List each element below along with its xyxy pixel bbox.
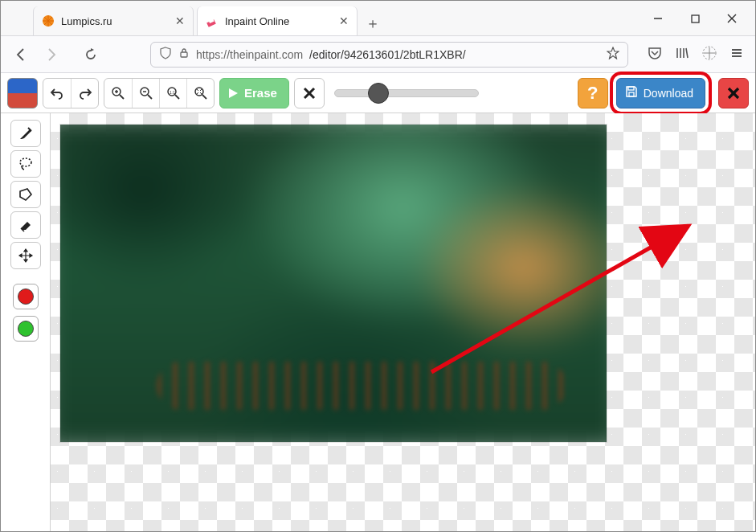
- svg-line-17: [175, 95, 179, 99]
- browser-tab-inpaint[interactable]: Inpaint Online ✕: [197, 6, 358, 35]
- green-dot-icon: [18, 321, 34, 337]
- address-bar[interactable]: https://theinpaint.com/editor/942613601/…: [150, 42, 628, 68]
- library-icon[interactable]: [675, 46, 689, 63]
- svg-text:1:1: 1:1: [170, 89, 175, 94]
- app-logo[interactable]: [7, 78, 38, 108]
- canvas-image[interactable]: [60, 125, 607, 442]
- erase-label: Erase: [244, 86, 277, 100]
- undo-button[interactable]: [43, 79, 71, 108]
- account-icon[interactable]: [702, 46, 717, 63]
- new-tab-button[interactable]: ＋: [361, 11, 385, 35]
- redo-button[interactable]: [71, 79, 98, 108]
- zoom-in-icon[interactable]: [104, 79, 132, 108]
- svg-line-14: [148, 95, 152, 99]
- window-controls: [651, 1, 755, 36]
- svg-point-19: [195, 88, 203, 96]
- maximize-icon[interactable]: [688, 11, 702, 26]
- help-button[interactable]: ?: [578, 78, 608, 108]
- canvas-area[interactable]: [51, 113, 755, 532]
- browser-tabstrip: Lumpics.ru ✕ Inpaint Online ✕ ＋: [1, 1, 755, 36]
- browser-navbar: https://theinpaint.com/editor/942613601/…: [1, 36, 755, 73]
- svg-rect-23: [628, 87, 634, 90]
- svg-rect-4: [692, 15, 699, 23]
- history-group: [43, 78, 99, 108]
- download-label: Download: [644, 87, 693, 100]
- svg-point-27: [20, 158, 31, 166]
- clear-mask-button[interactable]: [294, 78, 325, 108]
- pocket-icon[interactable]: [648, 46, 662, 63]
- green-marker-button[interactable]: [13, 316, 39, 342]
- shield-icon: [159, 47, 172, 62]
- save-icon: [625, 85, 638, 100]
- menu-icon[interactable]: [729, 46, 744, 63]
- zoom-group: 1:1: [104, 78, 215, 108]
- lasso-tool[interactable]: [10, 150, 41, 178]
- close-icon[interactable]: ✕: [339, 15, 349, 27]
- left-tool-panel: [1, 113, 51, 532]
- red-marker-button[interactable]: [13, 284, 39, 309]
- question-icon: ?: [587, 83, 598, 104]
- svg-line-10: [120, 95, 124, 99]
- back-button[interactable]: [12, 45, 31, 64]
- lock-icon: [178, 47, 190, 61]
- erase-button[interactable]: Erase: [219, 78, 289, 108]
- url-path: /editor/942613601/2btLR1XBR/: [309, 48, 466, 61]
- brush-size-slider[interactable]: [334, 78, 479, 108]
- url-host: https://theinpaint.com: [196, 48, 303, 61]
- mask-scribble: [157, 362, 566, 410]
- close-icon[interactable]: ✕: [175, 15, 185, 27]
- editor-toolbar: 1:1 Erase ? Download: [1, 73, 755, 113]
- svg-line-20: [202, 95, 206, 99]
- slider-knob[interactable]: [368, 83, 389, 104]
- bookmark-icon[interactable]: [607, 47, 619, 62]
- svg-rect-7: [181, 52, 187, 57]
- download-button[interactable]: Download: [616, 78, 705, 108]
- tab-title: Lumpics.ru: [61, 15, 112, 27]
- browser-tab-lumpics[interactable]: Lumpics.ru ✕: [33, 6, 194, 35]
- polygon-tool[interactable]: [10, 181, 41, 208]
- editor-body: [1, 113, 755, 532]
- move-tool[interactable]: [10, 242, 41, 269]
- play-icon: [227, 87, 239, 100]
- eraser-tool[interactable]: [10, 211, 41, 239]
- zoom-fit-icon[interactable]: [186, 79, 214, 108]
- download-highlight-wrap: Download: [613, 75, 709, 112]
- eraser-icon: [206, 14, 219, 27]
- exit-button[interactable]: [718, 78, 749, 108]
- zoom-actual-icon[interactable]: 1:1: [159, 79, 186, 108]
- orange-icon: [42, 14, 55, 27]
- tab-title: Inpaint Online: [225, 15, 289, 27]
- marker-tool[interactable]: [10, 120, 41, 147]
- reload-button[interactable]: [81, 45, 100, 64]
- red-dot-icon: [18, 289, 34, 305]
- zoom-out-icon[interactable]: [132, 79, 159, 108]
- minimize-icon[interactable]: [651, 11, 665, 26]
- slider-track: [334, 89, 479, 97]
- navbar-actions: [648, 46, 744, 63]
- forward-button[interactable]: [41, 45, 60, 64]
- window-close-icon[interactable]: [725, 11, 739, 26]
